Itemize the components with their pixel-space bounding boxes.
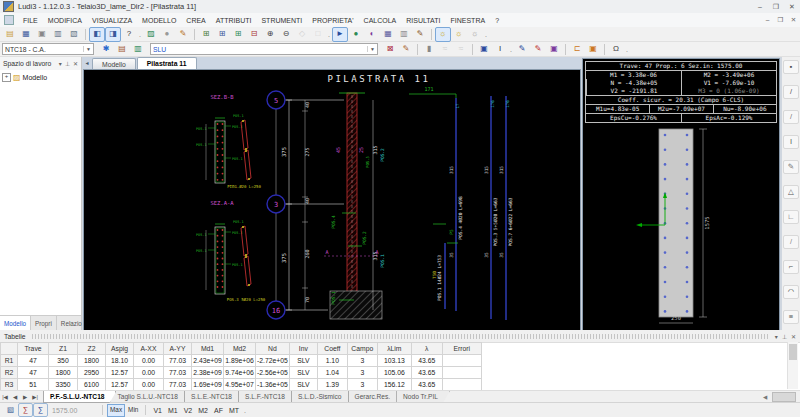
menu-attributi[interactable]: ATTRIBUTI — [211, 13, 257, 27]
link1-icon[interactable]: ≈ — [437, 42, 453, 57]
save-icon[interactable]: ▦ — [18, 27, 34, 42]
code-selector[interactable]: NTC18 - C.A.▼ — [2, 43, 94, 55]
cell[interactable]: 77.03 — [164, 379, 192, 391]
mesh-icon[interactable]: ▦ — [380, 27, 396, 42]
tree-item-modello[interactable]: + ▨ Modello — [0, 70, 81, 85]
cell[interactable]: 51 — [18, 379, 49, 391]
cell[interactable]: 1800 — [49, 367, 78, 379]
cell[interactable]: 4.95e+07 — [224, 379, 256, 391]
omega-icon[interactable]: Ω — [608, 42, 624, 57]
cell[interactable]: -1.36e+05 — [256, 379, 290, 391]
table-scrollbar[interactable] — [787, 342, 798, 389]
cell[interactable]: 47 — [18, 367, 49, 379]
box-purple-icon[interactable]: ▣ — [546, 42, 562, 57]
cell[interactable]: 43.65 — [411, 355, 442, 367]
corner-cell[interactable] — [1, 343, 18, 355]
bulb-half-icon[interactable]: ☼ — [451, 27, 467, 42]
child-restore-button[interactable]: ❐ — [774, 16, 787, 24]
tool-select[interactable]: ▪ — [783, 60, 799, 74]
goto-max-icon[interactable]: ∑ — [33, 403, 48, 417]
grid-remove-icon[interactable]: ⊟ — [246, 27, 262, 42]
code-check-icon[interactable]: ✱ — [98, 42, 114, 57]
menu-item[interactable]: ? — [490, 13, 504, 27]
cell[interactable]: 47 — [18, 355, 49, 367]
print-icon[interactable]: ▥ — [50, 27, 66, 42]
panel-close-icon[interactable]: ✕ — [791, 333, 796, 340]
expand-icon[interactable]: + — [2, 73, 11, 82]
tab-next-button[interactable]: ▶ — [20, 394, 30, 400]
tab-first-button[interactable]: |◀ — [0, 394, 10, 400]
workspace-tab-modello[interactable]: Modello — [0, 316, 31, 330]
child-close-button[interactable]: ✕ — [787, 16, 800, 24]
cell[interactable]: 1.69e+09 — [192, 379, 224, 391]
view-tab-pilastrata-11[interactable]: Pilastrata 11 — [137, 57, 197, 69]
copy-icon[interactable]: ▣ — [34, 27, 50, 42]
col-header-md2[interactable]: Md2 — [224, 343, 256, 355]
horizontal-scrollbar[interactable] — [772, 392, 796, 402]
cell[interactable]: -2.72e+05 — [256, 355, 290, 367]
cell[interactable]: 0.00 — [134, 379, 164, 391]
tool-edit[interactable]: ✎ — [783, 160, 799, 174]
col-header-md1[interactable]: Md1 — [192, 343, 224, 355]
diagram-toggle-v1[interactable]: V1 — [150, 407, 165, 414]
row-header[interactable]: R2 — [1, 367, 18, 379]
tool-polyline[interactable]: / — [783, 110, 799, 124]
max-toggle[interactable]: Max — [107, 404, 125, 417]
materials-book-icon[interactable]: ▥ — [130, 42, 146, 57]
pin-icon[interactable]: ⊥ — [782, 333, 787, 340]
cell[interactable]: 1.39 — [317, 379, 347, 391]
cell[interactable]: 6100 — [78, 379, 106, 391]
cell[interactable]: 0.00 — [134, 367, 164, 379]
scroll-left-icon[interactable]: ◀ — [760, 394, 770, 400]
cell[interactable]: 77.03 — [164, 355, 192, 367]
menu-calcola[interactable]: CALCOLA — [359, 13, 402, 27]
cell[interactable]: 2.43e+09 — [192, 355, 224, 367]
cell[interactable]: -2.56e+05 — [256, 367, 290, 379]
frame-orange2-icon[interactable]: ▣ — [585, 42, 601, 57]
tool-cut[interactable]: / — [783, 235, 799, 249]
close-button[interactable]: ✕ — [784, 3, 800, 11]
panel-menu-icon[interactable]: ▾ — [59, 60, 62, 67]
sphere-half-icon[interactable]: ◐ — [364, 27, 380, 42]
cell[interactable]: 3 — [347, 367, 377, 379]
col-header-trave[interactable]: Trave — [18, 343, 49, 355]
box-blue-icon[interactable]: ▣ — [476, 42, 492, 57]
table-row[interactable]: R147350180018.100.0077.032.43e+091.89e+0… — [1, 355, 482, 367]
panel-menu-icon[interactable]: ▾ — [775, 333, 778, 340]
menu-risultati[interactable]: RISULTATI — [401, 13, 445, 27]
col-header-aspig[interactable]: Aspig — [106, 343, 134, 355]
col-header-z2[interactable]: Z2 — [78, 343, 106, 355]
frame-orange-icon[interactable]: ⊏ — [569, 42, 585, 57]
render-icon[interactable]: ▨ — [143, 27, 159, 42]
cell[interactable]: 156.12 — [377, 379, 411, 391]
drawing-canvas[interactable]: PILASTRATA 11 5 3 16 375 375 — [83, 69, 581, 331]
preview-icon[interactable]: ▧ — [66, 27, 82, 42]
col-header-lim[interactable]: λLim — [377, 343, 411, 355]
table-row[interactable]: R2471800295012.570.0077.032.38e+099.74e+… — [1, 367, 482, 379]
diagram-toggle-m1[interactable]: M1 — [165, 407, 181, 414]
menu-modello[interactable]: MODELLO — [137, 13, 181, 27]
cell[interactable]: 0.00 — [134, 355, 164, 367]
col-header-a-yy[interactable]: A-YY — [164, 343, 192, 355]
cell[interactable]: 3350 — [49, 379, 78, 391]
tool-angle[interactable]: ∟ — [783, 210, 799, 224]
tool-node[interactable]: △ — [783, 185, 799, 199]
diagram-toggle-m2[interactable]: M2 — [195, 407, 211, 414]
tab-prev-button[interactable]: ◀ — [10, 394, 20, 400]
col-header-inv[interactable]: Inv — [289, 343, 317, 355]
annotate-icon[interactable]: ✎ — [412, 27, 428, 42]
view-tab-modello[interactable]: Modello — [92, 58, 136, 69]
diagram-toggle-af[interactable]: AF — [211, 407, 226, 414]
draw-icon[interactable]: ✎ — [175, 27, 191, 42]
cell[interactable]: 103.13 — [377, 355, 411, 367]
shade-icon[interactable]: ● — [159, 27, 175, 42]
more-icon[interactable]: . — [624, 46, 630, 53]
cell[interactable]: SLV — [289, 379, 317, 391]
print-preview-icon[interactable]: ▧ — [3, 403, 18, 417]
brush-red-icon[interactable]: ✎ — [530, 42, 546, 57]
row-header[interactable]: R3 — [1, 379, 18, 391]
cell[interactable] — [442, 379, 481, 391]
select-arrow-icon[interactable]: ► — [332, 27, 348, 42]
zoom-in-icon[interactable]: ⊕ — [262, 27, 278, 42]
cell[interactable] — [442, 355, 481, 367]
